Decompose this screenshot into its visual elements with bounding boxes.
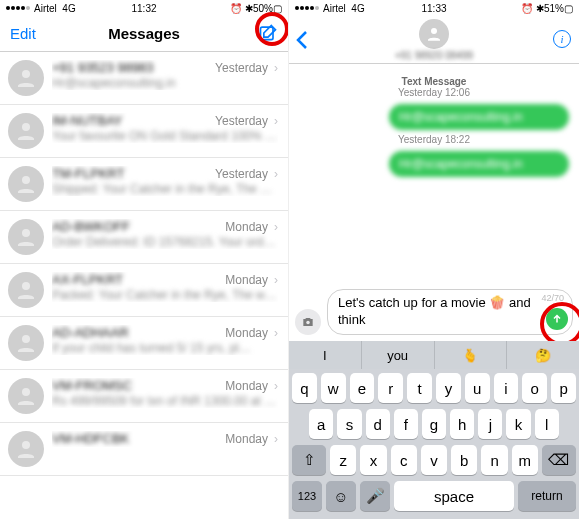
timestamp: Monday <box>225 326 268 340</box>
svg-point-5 <box>22 282 30 290</box>
message-row[interactable]: VM-HDFCBKMonday› <box>0 423 288 476</box>
key-f[interactable]: f <box>394 409 418 439</box>
key-r[interactable]: r <box>378 373 403 403</box>
svg-point-9 <box>431 28 437 34</box>
timestamp: Monday <box>225 220 268 234</box>
key-t[interactable]: t <box>407 373 432 403</box>
avatar <box>8 219 44 255</box>
key-b[interactable]: b <box>451 445 477 475</box>
timestamp: Monday <box>225 379 268 393</box>
message-text-input[interactable]: Let's catch up for a movie 🍿 andthink 42… <box>327 289 573 335</box>
chevron-right-icon: › <box>274 379 278 393</box>
key-v[interactable]: v <box>421 445 447 475</box>
key-shift[interactable]: ⇧ <box>292 445 326 475</box>
message-preview: Hr@scapeconsulting.in <box>52 76 278 90</box>
key-mic[interactable]: 🎤 <box>360 481 390 511</box>
key-p[interactable]: p <box>551 373 576 403</box>
sender: AX-FLPKRT <box>52 272 219 287</box>
key-n[interactable]: n <box>481 445 507 475</box>
suggestion[interactable]: you <box>361 341 434 369</box>
message-preview: Shipped: Your Catcher in the Rye, The wi… <box>52 182 278 196</box>
message-row[interactable]: IM-NUTBAYYesterday›Your favourite ON Gol… <box>0 105 288 158</box>
sender: VM-HDFCBK <box>52 431 219 446</box>
key-h[interactable]: h <box>450 409 474 439</box>
message-row[interactable]: +91 93523 98983Yesterday›Hr@scapeconsult… <box>0 52 288 105</box>
sender: +91 93523 98983 <box>52 60 209 75</box>
message-row[interactable]: VM-FROMSCMonday›Rs 499/99509 for txn of … <box>0 370 288 423</box>
messages-header: Edit Messages <box>0 16 288 52</box>
sender: AD-ADHAAR <box>52 325 219 340</box>
key-c[interactable]: c <box>391 445 417 475</box>
back-button[interactable] <box>295 30 309 54</box>
svg-point-8 <box>22 441 30 449</box>
key-x[interactable]: x <box>360 445 386 475</box>
message-preview: Packed: Your Catcher in the Rye, The wit… <box>52 288 278 302</box>
key-123[interactable]: 123 <box>292 481 322 511</box>
edit-button[interactable]: Edit <box>10 25 36 42</box>
key-e[interactable]: e <box>350 373 375 403</box>
message-row[interactable]: AX-FLPKRTMonday›Packed: Your Catcher in … <box>0 264 288 317</box>
key-z[interactable]: z <box>330 445 356 475</box>
timestamp: Yesterday <box>215 167 268 181</box>
avatar <box>8 272 44 308</box>
status-bar: Airtel 4G 11:33 ⏰ ✱ 51% ▢ <box>289 0 579 16</box>
avatar <box>8 378 44 414</box>
suggestion[interactable]: 🤔 <box>506 341 579 369</box>
message-input-bar: Let's catch up for a movie 🍿 andthink 42… <box>289 283 579 341</box>
avatar <box>8 113 44 149</box>
page-title: Messages <box>108 25 180 42</box>
timestamp-label: Text MessageYesterday 12:06 <box>299 76 569 98</box>
conversation-body[interactable]: Text MessageYesterday 12:06Hr@scapeconsu… <box>289 64 579 265</box>
message-preview: If your child has turned 5/ 15 yrs, pl… <box>52 341 278 355</box>
sent-bubble[interactable]: Hr@scapeconsulting.in <box>389 104 569 130</box>
timestamp: Monday <box>225 273 268 287</box>
key-i[interactable]: i <box>494 373 519 403</box>
key-l[interactable]: l <box>535 409 559 439</box>
key-backspace[interactable]: ⌫ <box>542 445 576 475</box>
conversation-header: +91 98920 08499 i <box>289 16 579 64</box>
contact-name: +91 98920 08499 <box>395 50 473 61</box>
key-k[interactable]: k <box>506 409 530 439</box>
svg-point-10 <box>306 321 310 325</box>
svg-point-1 <box>22 70 30 78</box>
key-m[interactable]: m <box>512 445 538 475</box>
suggestion[interactable]: 🫰 <box>434 341 507 369</box>
chevron-right-icon: › <box>274 114 278 128</box>
key-u[interactable]: u <box>465 373 490 403</box>
sent-bubble[interactable]: Hr@scapeconsulting.in <box>389 151 569 177</box>
info-button[interactable]: i <box>553 30 571 48</box>
key-return[interactable]: return <box>518 481 576 511</box>
message-row[interactable]: AD-BWKOFFMonday›Order Delivered: ID 1576… <box>0 211 288 264</box>
key-d[interactable]: d <box>366 409 390 439</box>
camera-button[interactable] <box>295 309 321 335</box>
key-space[interactable]: space <box>394 481 514 511</box>
send-button[interactable] <box>546 308 568 330</box>
message-preview: Your favourite ON Gold Standard 100% Whe… <box>52 129 278 143</box>
sender: IM-NUTBAY <box>52 113 209 128</box>
key-s[interactable]: s <box>337 409 361 439</box>
key-q[interactable]: q <box>292 373 317 403</box>
key-g[interactable]: g <box>422 409 446 439</box>
chevron-right-icon: › <box>274 61 278 75</box>
suggestion[interactable]: I <box>289 341 361 369</box>
key-a[interactable]: a <box>309 409 333 439</box>
chevron-right-icon: › <box>274 432 278 446</box>
message-row[interactable]: AD-ADHAARMonday›If your child has turned… <box>0 317 288 370</box>
key-j[interactable]: j <box>478 409 502 439</box>
key-w[interactable]: w <box>321 373 346 403</box>
contact-avatar[interactable] <box>419 19 449 49</box>
chevron-right-icon: › <box>274 326 278 340</box>
messages-list[interactable]: +91 93523 98983Yesterday›Hr@scapeconsult… <box>0 52 288 476</box>
svg-point-7 <box>22 388 30 396</box>
key-emoji[interactable]: ☺ <box>326 481 356 511</box>
message-preview: Order Delivered: ID 15768215. Your order… <box>52 235 278 249</box>
key-o[interactable]: o <box>522 373 547 403</box>
timestamp: Monday <box>225 432 268 446</box>
compose-button[interactable] <box>258 23 278 47</box>
message-row[interactable]: TM-FLPKRTYesterday›Shipped: Your Catcher… <box>0 158 288 211</box>
keyboard-suggestions[interactable]: Iyou🫰🤔 <box>289 341 579 369</box>
message-preview: Rs 499/99509 for txn of INR 1300.00 at … <box>52 394 278 408</box>
key-y[interactable]: y <box>436 373 461 403</box>
sender: TM-FLPKRT <box>52 166 209 181</box>
avatar <box>8 431 44 467</box>
